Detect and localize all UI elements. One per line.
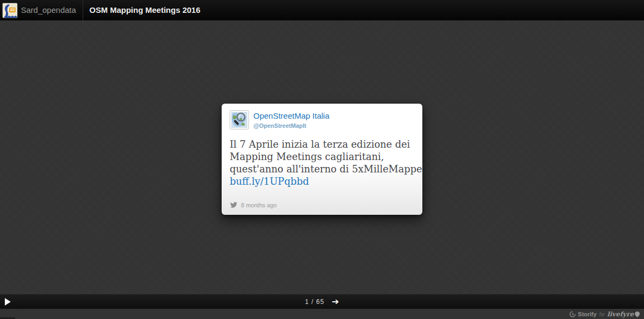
sard-opendata-logo-icon xyxy=(3,3,17,18)
tweet-card[interactable]: OpenStreetMap Italia @OpenStreetMapIt Il… xyxy=(222,104,422,215)
tweet-text-line: Il 7 Aprile inizia la terza edizione dei xyxy=(230,138,414,150)
footer-brand[interactable]: Storify by livefyre xyxy=(569,309,640,319)
tweet-text: Il 7 Aprile inizia la terza edizione dei… xyxy=(230,138,414,187)
by-label: by xyxy=(599,311,605,317)
top-bar: Sard_opendata OSM Mapping Meetings 2016 xyxy=(0,0,644,20)
pager: 1 / 65 ➔ xyxy=(0,294,644,309)
account-name[interactable]: Sard_opendata xyxy=(21,0,83,20)
twitter-bird-icon[interactable] xyxy=(230,201,238,208)
tweet-author-avatar[interactable] xyxy=(230,110,249,129)
tweet-footer: 8 months ago xyxy=(230,201,414,208)
livefyre-flame-icon xyxy=(634,310,641,317)
livefyre-label[interactable]: livefyre xyxy=(607,310,634,318)
playback-bar: 1 / 65 ➔ xyxy=(0,294,644,309)
storify-label[interactable]: Storify xyxy=(578,311,597,317)
story-title: OSM Mapping Meetings 2016 xyxy=(83,0,201,20)
tweet-link[interactable]: buff.ly/1UPqbbd xyxy=(230,175,414,187)
next-slide-icon[interactable]: ➔ xyxy=(332,298,339,306)
openstreetmap-logo-icon xyxy=(231,112,247,128)
slide-stage: OpenStreetMap Italia @OpenStreetMapIt Il… xyxy=(0,20,644,294)
tweet-text-line: Mapping Meetings cagliaritani, xyxy=(230,150,414,163)
tweet-author-handle[interactable]: @OpenStreetMapIt xyxy=(253,122,306,129)
tweet-header: OpenStreetMap Italia @OpenStreetMapIt xyxy=(230,110,414,130)
tweet-author-name[interactable]: OpenStreetMap Italia xyxy=(253,111,330,120)
account-avatar[interactable] xyxy=(2,3,18,18)
tweet-author-block: OpenStreetMap Italia @OpenStreetMapIt xyxy=(253,110,330,130)
tweet-text-line: quest'anno all'interno di 5xMilleMappe xyxy=(230,163,414,175)
tweet-timestamp[interactable]: 8 months ago xyxy=(241,202,277,208)
footer-bar: Storify by livefyre xyxy=(0,309,644,319)
slide-position: 1 / 65 xyxy=(305,298,324,306)
storify-icon xyxy=(569,311,576,317)
